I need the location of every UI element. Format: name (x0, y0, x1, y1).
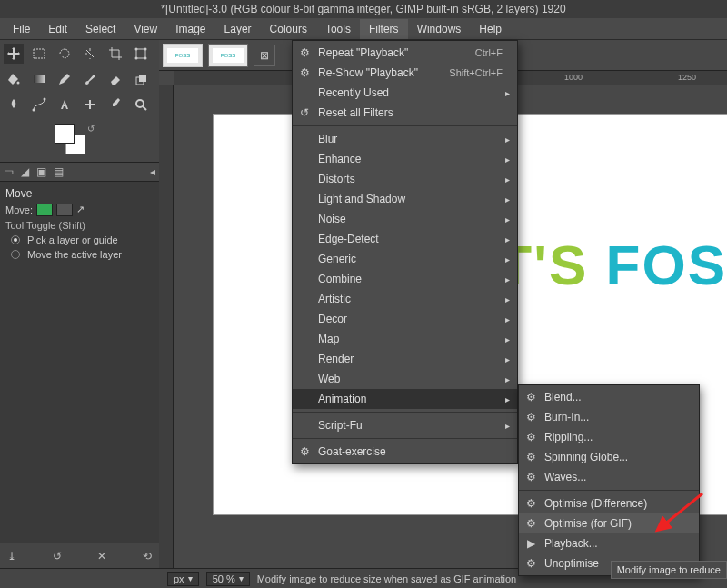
footer-restore-icon[interactable]: ↺ (53, 550, 62, 563)
tool-bucket[interactable] (4, 69, 24, 89)
mi-optimise-diff[interactable]: ⚙Optimise (Difference) (519, 493, 699, 513)
submenu-arrow-icon: ▸ (505, 88, 510, 98)
tooltip-text: Modify image to reduce (617, 564, 721, 575)
mi-waves[interactable]: ⚙Waves... (519, 467, 699, 487)
mi-reset[interactable]: ↺ Reset all Filters (293, 103, 517, 123)
logo-part-2: FOS (606, 234, 727, 296)
tab-tool-icon[interactable]: ▤ (54, 165, 64, 178)
mi-edge-detect[interactable]: Edge-Detect▸ (293, 229, 517, 249)
tool-transform[interactable] (131, 44, 151, 64)
mi-recent[interactable]: Recently Used ▸ (293, 83, 517, 103)
tab-image-icon[interactable]: ▣ (36, 165, 46, 178)
mi-goat[interactable]: ⚙Goat-exercise (293, 442, 517, 462)
image-tab-2[interactable]: FOSS (208, 44, 248, 67)
move-target-selection[interactable] (56, 204, 73, 216)
mi-spinning-globe[interactable]: ⚙Spinning Globe... (519, 447, 699, 467)
mi-generic[interactable]: Generic▸ (293, 249, 517, 269)
move-target-path[interactable]: ↗ (76, 204, 93, 216)
radio-move-active[interactable] (11, 250, 20, 259)
gear-icon: ⚙ (524, 431, 537, 443)
menu-view[interactable]: View (124, 19, 166, 39)
menu-select[interactable]: Select (76, 19, 124, 39)
submenu-arrow-icon: ▸ (505, 234, 510, 244)
mi-playback[interactable]: ▶Playback... (519, 533, 699, 553)
footer-delete-icon[interactable]: ✕ (97, 550, 106, 563)
opt-pick-layer: Pick a layer or guide (27, 234, 118, 245)
menu-tools[interactable]: Tools (316, 19, 360, 39)
svg-point-14 (136, 100, 144, 107)
menu-file[interactable]: File (4, 19, 39, 39)
ruler-mark: 1250 (678, 73, 696, 82)
tool-crop[interactable] (105, 44, 125, 64)
tool-pencil[interactable] (55, 69, 75, 89)
mi-optimise-gif[interactable]: ⚙Optimise (for GIF) (519, 513, 699, 533)
menu-windows[interactable]: Windows (408, 19, 471, 39)
submenu-arrow-icon: ▸ (505, 421, 510, 431)
image-tab-close[interactable]: ⊠ (254, 45, 275, 66)
submenu-arrow-icon: ▸ (505, 334, 510, 344)
tool-eraser[interactable] (105, 69, 125, 89)
mi-noise[interactable]: Noise▸ (293, 209, 517, 229)
tool-heal[interactable] (80, 95, 100, 115)
menu-help[interactable]: Help (470, 19, 511, 39)
radio-pick-layer[interactable] (11, 235, 20, 244)
submenu-arrow-icon: ▸ (505, 314, 510, 324)
tool-rect-select[interactable] (29, 44, 49, 64)
mi-animation[interactable]: Animation▸ (293, 389, 517, 409)
move-target-layer[interactable] (36, 204, 53, 216)
mi-map[interactable]: Map▸ (293, 329, 517, 349)
mi-blend[interactable]: ⚙Blend... (519, 387, 699, 407)
mi-distorts[interactable]: Distorts▸ (293, 169, 517, 189)
submenu-arrow-icon: ▸ (505, 135, 510, 145)
tool-fuzzy-select[interactable] (80, 44, 100, 64)
swap-colors-icon[interactable]: ↺ (87, 124, 95, 134)
tab-device-icon[interactable]: ▭ (4, 165, 14, 178)
tool-clone[interactable] (131, 69, 151, 89)
mi-enhance[interactable]: Enhance▸ (293, 149, 517, 169)
menu-image[interactable]: Image (166, 19, 214, 39)
tool-move[interactable] (4, 44, 24, 64)
footer-save-icon[interactable]: ⤓ (7, 550, 16, 563)
submenu-arrow-icon: ▸ (505, 174, 510, 184)
mi-combine[interactable]: Combine▸ (293, 269, 517, 289)
menu-layer[interactable]: Layer (215, 19, 261, 39)
mi-blur[interactable]: Blur▸ (293, 129, 517, 149)
unit-selector[interactable]: px▾ (167, 572, 199, 586)
menu-edit[interactable]: Edit (39, 19, 76, 39)
mi-scriptfu[interactable]: Script-Fu▸ (293, 415, 517, 435)
gear-icon: ⚙ (524, 411, 537, 424)
footer-reset-icon[interactable]: ⟲ (143, 550, 152, 563)
tab-brush-icon[interactable]: ◢ (21, 165, 29, 178)
submenu-arrow-icon: ▸ (505, 154, 510, 164)
tool-zoom[interactable] (131, 95, 151, 115)
mi-burnin[interactable]: ⚙Burn-In... (519, 407, 699, 427)
menu-colours[interactable]: Colours (261, 19, 316, 39)
mi-decor[interactable]: Decor▸ (293, 309, 517, 329)
mi-render[interactable]: Render▸ (293, 349, 517, 369)
mi-light-shadow[interactable]: Light and Shadow▸ (293, 189, 517, 209)
tool-free-select[interactable] (55, 44, 75, 64)
separator (293, 412, 517, 413)
menu-filters[interactable]: Filters (360, 19, 408, 39)
tool-text[interactable] (55, 95, 75, 115)
mi-reshow[interactable]: ⚙ Re-Show "Playback" Shift+Ctrl+F (293, 63, 517, 83)
tool-brush[interactable] (80, 69, 100, 89)
mi-web[interactable]: Web▸ (293, 369, 517, 389)
tool-gradient[interactable] (29, 69, 49, 89)
tool-picker[interactable] (105, 95, 125, 115)
fg-color-swatch[interactable] (55, 124, 75, 144)
submenu-arrow-icon: ▸ (505, 274, 510, 284)
svg-point-2 (135, 48, 138, 51)
svg-rect-7 (34, 75, 45, 83)
image-tab-1[interactable]: FOSS (163, 44, 203, 67)
animation-submenu: ⚙Blend... ⚙Burn-In... ⚙Rippling... ⚙Spin… (518, 384, 700, 576)
ruler-vertical (159, 85, 174, 568)
tab-menu-icon[interactable]: ◂ (150, 165, 155, 178)
zoom-selector[interactable]: 50 %▾ (206, 572, 250, 586)
mi-rippling[interactable]: ⚙Rippling... (519, 427, 699, 447)
tool-path[interactable] (29, 95, 49, 115)
color-swatches[interactable]: ↺ (0, 118, 159, 162)
mi-artistic[interactable]: Artistic▸ (293, 289, 517, 309)
tool-smudge[interactable] (4, 95, 24, 115)
mi-repeat[interactable]: ⚙ Repeat "Playback" Ctrl+F (293, 43, 517, 63)
